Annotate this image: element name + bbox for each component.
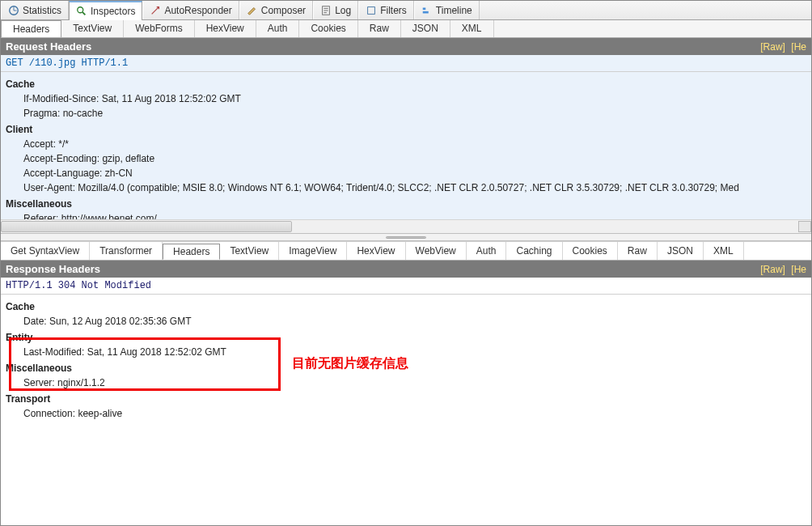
scrollbar-thumb[interactable] [1,221,292,232]
request-headers-pane: Cache If-Modified-Since: Sat, 11 Aug 201… [1,72,811,219]
request-subtab-strip: Headers TextView WebForms HexView Auth C… [1,20,811,38]
hdr-accept-encoding[interactable]: Accept-Encoding: gzip, deflate [6,151,806,166]
rhdr-server[interactable]: Server: nginx/1.1.2 [6,375,806,390]
subtab-json[interactable]: JSON [401,20,450,37]
rhdr-date[interactable]: Date: Sun, 12 Aug 2018 02:35:36 GMT [6,314,806,329]
statistics-icon [8,5,19,16]
hdr-pragma[interactable]: Pragma: no-cache [6,106,806,121]
tab-composer[interactable]: Composer [239,1,313,19]
subtab-cookies[interactable]: Cookies [299,20,357,37]
rgroup-transport: Transport [6,393,50,405]
hdr-accept[interactable]: Accept: */* [6,137,806,151]
svg-point-3 [78,7,83,13]
subtab-auth[interactable]: Auth [256,20,300,37]
annotation-text: 目前无图片缓存信息 [292,355,408,372]
rtab-transformer[interactable]: Transformer [90,242,163,260]
inspectors-icon [76,6,87,17]
rtab-xml[interactable]: XML [704,242,744,260]
tab-inspectors[interactable]: Inspectors [69,1,142,20]
tab-label: Inspectors [91,6,135,17]
subtab-headers[interactable]: Headers [1,20,61,37]
hdr-if-modified-since[interactable]: If-Modified-Since: Sat, 11 Aug 2018 12:5… [6,91,806,106]
response-status-line: HTTP/1.1 304 Not Modified [1,278,811,295]
filters-icon [366,5,377,16]
hdr-accept-language[interactable]: Accept-Language: zh-CN [6,166,806,180]
scrollbar-arrow-right[interactable] [798,221,811,232]
rtab-getsyntax[interactable]: Get SyntaxView [1,242,90,260]
rtab-headers[interactable]: Headers [163,244,220,260]
rtab-textview[interactable]: TextView [220,242,279,260]
grip-icon [386,236,426,239]
rtab-webview[interactable]: WebView [406,242,467,260]
timeline-icon [421,5,433,16]
rhdr-connection[interactable]: Connection: keep-alive [6,406,806,421]
response-headers-title: Response Headers [6,263,100,275]
autoresponder-icon [150,5,161,16]
rgroup-entity: Entity [6,332,32,343]
request-headers-title: Request Headers [6,40,91,53]
rtab-raw[interactable]: Raw [618,242,658,260]
hdr-user-agent[interactable]: User-Agent: Mozilla/4.0 (compatible; MSI… [6,180,806,195]
tab-timeline[interactable]: Timeline [414,1,480,19]
tab-label: AutoResponder [164,5,231,16]
rtab-imageview[interactable]: ImageView [279,242,347,260]
log-icon [320,5,332,16]
tab-label: Log [335,5,351,16]
group-client: Client [6,124,32,135]
composer-icon [247,5,258,16]
hdr-referer[interactable]: Referer: http://www.benet.com/ [6,211,806,219]
rtab-hexview[interactable]: HexView [347,242,405,260]
svg-rect-11 [423,11,429,13]
response-headerdefs-link[interactable]: [He [791,264,806,275]
response-raw-link[interactable]: [Raw] [760,264,785,275]
tab-filters[interactable]: Filters [358,1,414,19]
rtab-caching[interactable]: Caching [506,242,562,260]
response-tab-strip: Get SyntaxView Transformer Headers TextV… [1,241,811,261]
request-headers-bar: Request Headers [Raw] [He [1,38,811,55]
tab-autoresponder[interactable]: AutoResponder [142,1,239,19]
response-headers-pane: Cache Date: Sun, 12 Aug 2018 02:35:36 GM… [1,295,811,497]
request-raw-link[interactable]: [Raw] [760,41,785,53]
group-cache: Cache [6,78,35,90]
tab-log[interactable]: Log [313,1,358,19]
request-hscrollbar[interactable] [1,219,811,233]
tab-label: Statistics [23,5,61,16]
tab-label: Filters [380,5,407,16]
svg-rect-9 [368,6,375,14]
subtab-textview[interactable]: TextView [61,20,124,37]
group-misc: Miscellaneous [6,198,72,210]
rtab-json[interactable]: JSON [658,242,704,260]
splitter-handle[interactable] [1,233,811,241]
svg-rect-10 [423,7,426,10]
response-headers-bar: Response Headers [Raw] [He [1,261,811,278]
svg-line-4 [82,12,86,15]
request-headerdefs-link[interactable]: [He [791,41,806,53]
rgroup-cache: Cache [6,301,35,312]
main-tab-strip: Statistics Inspectors AutoResponder Comp… [1,1,811,20]
subtab-hexview[interactable]: HexView [195,20,256,37]
request-line: GET /110.jpg HTTP/1.1 [1,55,811,72]
rtab-cookies[interactable]: Cookies [563,242,618,260]
rgroup-misc: Miscellaneous [6,363,72,374]
subtab-raw[interactable]: Raw [358,20,401,37]
subtab-xml[interactable]: XML [450,20,494,37]
rtab-auth[interactable]: Auth [467,242,507,260]
subtab-webforms[interactable]: WebForms [124,20,194,37]
tab-statistics[interactable]: Statistics [1,1,69,19]
tab-label: Timeline [436,5,472,16]
tab-label: Composer [261,5,306,16]
